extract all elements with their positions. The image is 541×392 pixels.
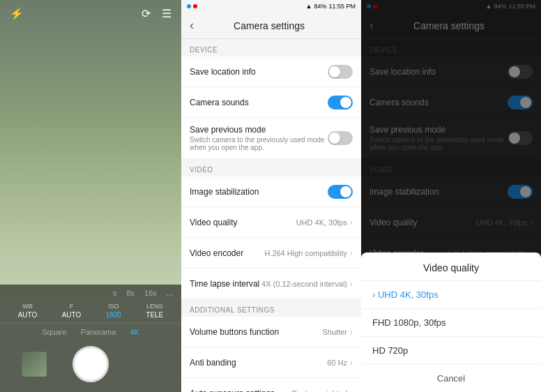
save-location-toggle[interactable] — [328, 65, 353, 79]
status-bar-light: ▲ 84% 11:55 PM — [181, 0, 361, 13]
auto-exposure-row[interactable]: Auto exposure settings Center weighted › — [181, 378, 361, 392]
chevron-icon: › — [350, 248, 353, 258]
toggle-knob — [329, 133, 340, 144]
timer-s[interactable]: s — [113, 289, 117, 297]
save-previous-toggle[interactable] — [328, 131, 353, 145]
settings-panel-light: ▲ 84% 11:55 PM ‹ Camera settings DEVICE … — [181, 0, 361, 392]
notif-dot-red — [193, 4, 197, 8]
section-video: VIDEO — [181, 159, 361, 176]
chevron-icon: › — [350, 358, 353, 368]
camera-mode-row: Square Panorama 4K — [0, 324, 181, 340]
dialog-overlay: Video quality UHD 4K, 30fps FHD 1080p, 3… — [361, 0, 541, 392]
anti-banding-row[interactable]: Anti banding 60 Hz › — [181, 347, 361, 378]
section-device: DEVICE — [181, 39, 361, 56]
save-location-row[interactable]: Save location info — [181, 56, 361, 87]
chevron-icon: › — [350, 327, 353, 337]
toggle-knob — [340, 97, 351, 108]
shutter-button[interactable] — [73, 346, 109, 382]
time-display: 11:55 PM — [328, 3, 356, 10]
shutter-row — [0, 340, 181, 392]
camera-settings-row: WB AUTO F AUTO ISO 1600 LENS TELE — [0, 300, 181, 324]
dialog-option-fhd[interactable]: FHD 1080p, 30fps — [361, 309, 541, 337]
camera-sounds-row[interactable]: Camera sounds — [181, 87, 361, 118]
video-encoder-row[interactable]: Video encoder H.264 High compatibility › — [181, 238, 361, 269]
mode-4k[interactable]: 4K — [130, 328, 139, 336]
toggle-knob — [340, 186, 351, 197]
menu-icon[interactable]: ☰ — [162, 7, 172, 20]
wifi-icon: ▲ — [306, 3, 312, 10]
dialog-title: Video quality — [361, 252, 541, 281]
camera-controls: s 8s 16s ... WB AUTO F AUTO ISO 1600 LEN… — [0, 285, 181, 392]
mode-square[interactable]: Square — [42, 328, 66, 336]
dialog-option-uhd[interactable]: UHD 4K, 30fps — [361, 281, 541, 309]
section-additional: ADDITIONAL SETTINGS — [181, 299, 361, 317]
status-left — [187, 4, 197, 8]
shutter-spacer — [134, 351, 160, 377]
timer-16s[interactable]: 16s — [144, 289, 157, 297]
camera-top-bar: ⚡ ⟳ ☰ — [0, 0, 181, 27]
volume-buttons-row[interactable]: Volume buttons function Shutter › — [181, 317, 361, 347]
iso-setting[interactable]: ISO 1600 — [106, 303, 121, 319]
settings-title: Camera settings — [199, 20, 339, 31]
time-lapse-row[interactable]: Time lapse interval 4X (0.12-second inte… — [181, 269, 361, 299]
chevron-icon: › — [350, 218, 353, 227]
settings-body: DEVICE Save location info Camera sounds … — [181, 39, 361, 392]
timer-row: s 8s 16s ... — [0, 285, 181, 300]
f-setting[interactable]: F AUTO — [62, 303, 82, 319]
battery-level: 84% — [314, 3, 326, 10]
dialog-option-hd[interactable]: HD 720p — [361, 337, 541, 365]
toggle-knob — [329, 66, 340, 77]
camera-sounds-toggle[interactable] — [328, 96, 353, 110]
flash-icon[interactable]: ⚡ — [10, 7, 24, 20]
status-right: ▲ 84% 11:55 PM — [306, 3, 356, 10]
lens-setting[interactable]: LENS TELE — [146, 303, 163, 319]
settings-header: ‹ Camera settings — [181, 13, 361, 39]
wb-setting[interactable]: WB AUTO — [18, 303, 38, 319]
timer-active[interactable]: ... — [167, 289, 173, 297]
video-quality-dialog: Video quality UHD 4K, 30fps FHD 1080p, 3… — [361, 252, 541, 392]
image-stabilization-toggle[interactable] — [328, 185, 353, 199]
chevron-icon: › — [350, 389, 353, 393]
save-previous-mode-row[interactable]: Save previous mode Switch camera to the … — [181, 118, 361, 159]
image-stabilization-row[interactable]: Image stabilization — [181, 176, 361, 207]
back-button[interactable]: ‹ — [190, 18, 194, 33]
video-quality-row[interactable]: Video quality UHD 4K, 30fps › — [181, 207, 361, 238]
timer-8s[interactable]: 8s — [126, 289, 135, 297]
camera-viewfinder: ⚡ ⟳ ☰ s 8s 16s ... WB AUTO F AUTO ISO 16… — [0, 0, 181, 392]
settings-panel-dark: ▲ 84% 11:55 PM ‹ Camera settings DEVICE … — [361, 0, 541, 392]
mode-panorama[interactable]: Panorama — [81, 328, 116, 336]
flip-camera-icon[interactable]: ⟳ — [142, 7, 151, 20]
chevron-icon: › — [350, 279, 353, 289]
gallery-thumbnail[interactable] — [21, 351, 47, 377]
save-previous-mode-info: Save previous mode Switch camera to the … — [190, 125, 328, 151]
notif-dot-blue — [187, 4, 191, 8]
dialog-cancel-button[interactable]: Cancel — [361, 365, 541, 392]
